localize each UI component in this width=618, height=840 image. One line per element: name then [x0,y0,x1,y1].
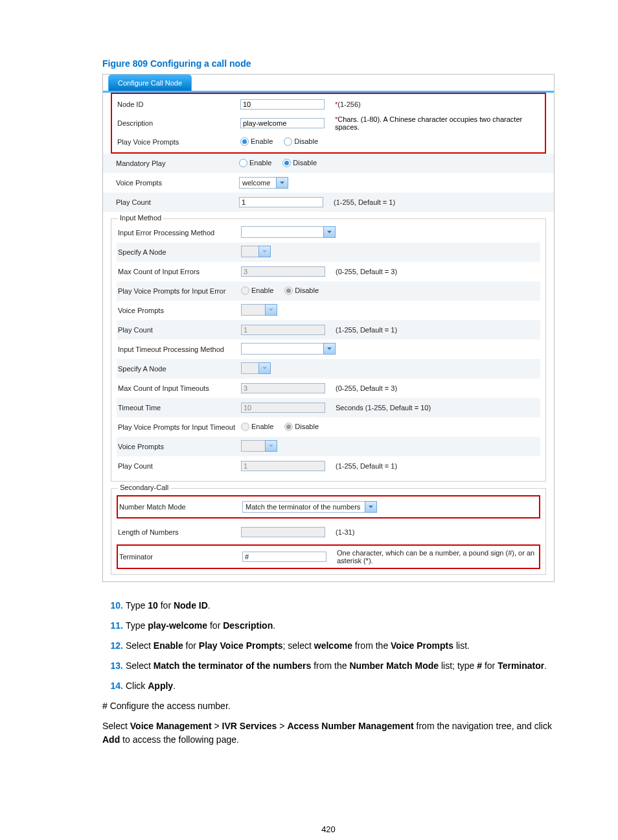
chevron-down-icon [276,177,288,189]
radio-dot-icon [241,423,249,431]
chevron-down-icon [265,440,277,452]
configure-call-node-form: Configure Call Node Node ID *(1-256) Des… [102,74,555,582]
paragraph-configure-access: # Configure the access number. [102,699,555,713]
label-error-method: Input Error Processing Method [118,229,241,237]
radio-dot-icon [240,137,249,146]
label-specify-node-e: Specify A Node [118,248,241,256]
label-terminator: Terminator [119,553,242,561]
fieldset-secondary-call: Secondary-Call Number Match Mode Match t… [111,488,546,575]
label-pvp-timeout: Play Voice Prompts for Input Timeout [118,423,241,431]
radio-play-voice-disable[interactable]: Disable [284,137,318,146]
label-vp-timeout: Voice Prompts [118,443,241,450]
label-specify-node-t: Specify A Node [118,365,241,373]
input-length [241,527,325,537]
row-mandatory-play: Mandatory Play Enable Disable [103,154,554,173]
chevron-down-icon [265,304,277,316]
select-timeout-method[interactable] [241,343,336,355]
radio-dot-icon [284,423,293,431]
chevron-down-icon [323,226,336,238]
label-pvp-error: Play Voice Prompts for Input Error [118,287,241,295]
input-terminator[interactable] [242,552,326,562]
chevron-down-icon [258,362,271,374]
select-specify-node-t [241,362,271,374]
legend-secondary-call: Secondary-Call [118,484,170,491]
label-description: Description [117,119,240,127]
step-11: 11.Type play-welcome for Description. [102,619,555,633]
hint-node-id: *(1-256) [331,100,540,108]
label-node-id: Node ID [117,100,240,108]
step-13: 13.Select Match the terminator of the nu… [102,659,555,673]
label-length: Length of Numbers [118,528,241,536]
label-mandatory-play: Mandatory Play [116,159,239,167]
label-pc-timeout: Play Count [118,462,241,470]
legend-input-method: Input Method [118,214,163,222]
select-error-method[interactable] [241,226,336,238]
hint-description: *Chars. (1-80). A Chinese character occu… [331,115,540,131]
label-max-timeouts: Max Count of Input Timeouts [118,384,241,392]
figure-title: Figure 809 Configuring a call node [102,58,555,69]
select-match-mode[interactable]: Match the terminator of the numbers [242,501,377,513]
hint-play-count: (1-255, Default = 1) [330,198,541,206]
input-pc-error [241,325,325,335]
radio-dot-icon [284,137,292,146]
radio-dot-icon [284,286,293,295]
radio-pvp-error-enable: Enable [241,286,273,295]
label-timeout-time: Timeout Time [118,404,241,412]
highlight-box-top: Node ID *(1-256) Description *Chars. (1-… [111,93,546,154]
chevron-down-icon [365,501,377,513]
radio-pvp-error-disable: Disable [284,286,319,295]
input-play-count[interactable] [239,197,323,207]
hint-max-timeouts: (0-255, Default = 3) [332,384,539,392]
label-play-count: Play Count [116,198,239,206]
hint-length: (1-31) [332,528,539,536]
input-max-errors [241,266,325,277]
step-10: 10.Type 10 for Node ID. [102,599,555,612]
step-14: 14.Click Apply. [102,679,555,693]
chevron-down-icon [323,343,336,355]
tabbar: Configure Call Node [103,75,554,93]
hint-pc-timeout: (1-255, Default = 1) [332,462,539,470]
radio-dot-icon [282,159,291,167]
input-timeout-time [241,402,325,413]
tab-configure-call-node[interactable]: Configure Call Node [108,75,192,91]
radio-mandatory-enable[interactable]: Enable [239,159,271,167]
label-pc-error: Play Count [118,326,241,334]
input-pc-timeout [241,461,325,471]
hint-terminator: One character, which can be a number, a … [333,549,538,565]
paragraph-nav: Select Voice Management > IVR Services >… [102,719,555,747]
label-play-voice: Play Voice Prompts [117,138,240,146]
select-vp-timeout [241,440,277,452]
row-play-count: Play Count (1-255, Default = 1) [103,192,554,212]
label-max-errors: Max Count of Input Errors [118,268,241,275]
label-voice-prompts: Voice Prompts [116,179,239,187]
chevron-down-icon [258,246,271,257]
select-specify-node-e [241,246,271,257]
radio-play-voice-enable[interactable]: Enable [240,137,273,146]
hint-pc-error: (1-255, Default = 1) [332,326,539,334]
step-12: 12.Select Enable for Play Voice Prompts;… [102,639,555,653]
fieldset-input-method: Input Method Input Error Processing Meth… [111,218,546,482]
row-description: Description *Chars. (1-80). A Chinese ch… [112,113,545,133]
radio-dot-icon [239,159,247,167]
page-number: 420 [102,824,555,834]
label-match-mode: Number Match Mode [119,503,242,511]
radio-dot-icon [241,286,249,295]
input-description[interactable] [240,118,325,128]
select-voice-prompts[interactable]: welcome [239,177,288,189]
input-max-timeouts [241,383,325,393]
hint-max-errors: (0-255, Default = 3) [332,268,539,275]
row-voice-prompts: Voice Prompts welcome [103,173,554,192]
row-play-voice: Play Voice Prompts Enable Disable [112,133,545,151]
hint-timeout-time: Seconds (1-255, Default = 10) [332,404,539,412]
step-list: 10.Type 10 for Node ID. 11.Type play-wel… [102,599,555,693]
label-vp-error: Voice Prompts [118,307,241,314]
label-timeout-method: Input Timeout Processing Method [118,345,241,353]
select-vp-error [241,304,277,316]
row-node-id: Node ID *(1-256) [112,95,545,113]
radio-pvp-timeout-enable: Enable [241,423,273,431]
radio-pvp-timeout-disable: Disable [284,423,319,431]
input-node-id[interactable] [240,99,325,110]
radio-mandatory-disable[interactable]: Disable [282,159,317,167]
